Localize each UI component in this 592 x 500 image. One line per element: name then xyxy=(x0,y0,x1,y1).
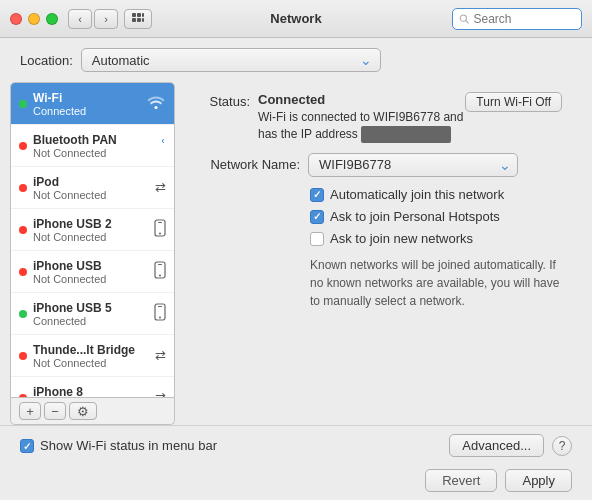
window-title: Network xyxy=(270,11,321,26)
forward-button[interactable]: › xyxy=(94,9,118,29)
svg-rect-3 xyxy=(132,18,136,22)
revert-button[interactable]: Revert xyxy=(425,469,497,492)
iphone-icon-usb2 xyxy=(154,219,166,240)
sidebar-wrapper: Wi-Fi Connected Blueto xyxy=(10,82,175,425)
main-content: Wi-Fi Connected Blueto xyxy=(0,82,592,425)
status-dot-bluetooth xyxy=(19,142,27,150)
net-info-bluetooth: Bluetooth PAN Not Connected xyxy=(33,133,157,159)
location-arrow-icon: ⌄ xyxy=(360,52,372,68)
show-wifi-label: Show Wi-Fi status in menu bar xyxy=(40,438,217,453)
wifi-icon xyxy=(146,94,166,113)
net-status-thunderbolt: Not Connected xyxy=(33,357,151,369)
help-button[interactable]: ? xyxy=(552,436,572,456)
svg-rect-4 xyxy=(137,18,141,22)
net-status-iphone-usb5: Connected xyxy=(33,315,150,327)
sidebar-item-iphone-usb5[interactable]: iPhone USB 5 Connected xyxy=(11,293,174,335)
maximize-button[interactable] xyxy=(46,13,58,25)
personal-hotspot-checkbox[interactable] xyxy=(310,210,324,224)
ip-address xyxy=(361,126,451,143)
location-label: Location: xyxy=(20,53,73,68)
sidebar-item-bluetooth[interactable]: Bluetooth PAN Not Connected ʿ︎ xyxy=(11,125,174,167)
action-buttons: Revert Apply xyxy=(0,465,592,500)
status-dot-iphone-usb xyxy=(19,268,27,276)
status-dot-wifi xyxy=(19,100,27,108)
known-networks-description: Known networks will be joined automatica… xyxy=(310,256,562,310)
net-info-iphone-usb2: iPhone USB 2 Not Connected xyxy=(33,217,150,243)
new-networks-checkbox[interactable] xyxy=(310,232,324,246)
net-name-ipod: iPod xyxy=(33,175,151,189)
network-name-value: WIFI9B6778 xyxy=(319,157,391,172)
new-networks-label: Ask to join new networks xyxy=(330,231,473,246)
status-dot-iphone-usb2 xyxy=(19,226,27,234)
svg-rect-1 xyxy=(137,13,141,17)
search-input[interactable] xyxy=(474,12,576,26)
status-dot-iphone-usb5 xyxy=(19,310,27,318)
status-info: Turn Wi-Fi Off Connected Wi-Fi is connec… xyxy=(258,92,562,143)
remove-network-button[interactable]: − xyxy=(44,402,66,420)
sidebar-item-iphone8[interactable]: iPhone 8 Not Connected ⇄ xyxy=(11,377,174,398)
net-info-thunderbolt: Thunde...lt Bridge Not Connected xyxy=(33,343,151,369)
sidebar-item-ipod[interactable]: iPod Not Connected ⇄ xyxy=(11,167,174,209)
minimize-button[interactable] xyxy=(28,13,40,25)
net-info-ipod: iPod Not Connected xyxy=(33,175,151,201)
arrows-icon-thunderbolt: ⇄ xyxy=(155,348,166,363)
detail-panel: Status: Turn Wi-Fi Off Connected Wi-Fi i… xyxy=(175,82,582,425)
net-name-wifi: Wi-Fi xyxy=(33,91,142,105)
sidebar-footer: + − ⚙ xyxy=(10,398,175,425)
status-connected-value: Connected xyxy=(258,92,325,107)
gear-button[interactable]: ⚙ xyxy=(69,402,97,420)
net-name-iphone-usb5: iPhone USB 5 xyxy=(33,301,150,315)
status-dot-thunderbolt xyxy=(19,352,27,360)
network-name-select[interactable]: WIFI9B6778 ⌄ xyxy=(308,153,518,177)
status-row: Status: Turn Wi-Fi Off Connected Wi-Fi i… xyxy=(195,92,562,143)
checkbox-new-networks[interactable]: Ask to join new networks xyxy=(310,231,562,246)
location-select[interactable]: Automatic ⌄ xyxy=(81,48,381,72)
search-icon xyxy=(459,13,470,25)
window-body: Location: Automatic ⌄ Wi-Fi Connected xyxy=(0,38,592,500)
svg-rect-0 xyxy=(132,13,136,17)
svg-point-6 xyxy=(460,15,466,21)
arrows-icon-ipod: ⇄ xyxy=(155,180,166,195)
iphone-icon-usb xyxy=(154,261,166,282)
sidebar-item-thunderbolt[interactable]: Thunde...lt Bridge Not Connected ⇄ xyxy=(11,335,174,377)
advanced-button[interactable]: Advanced... xyxy=(449,434,544,457)
checkbox-personal-hotspot[interactable]: Ask to join Personal Hotspots xyxy=(310,209,562,224)
grid-button[interactable] xyxy=(124,9,152,29)
back-button[interactable]: ‹ xyxy=(68,9,92,29)
svg-rect-12 xyxy=(158,264,162,265)
turn-wifi-off-button[interactable]: Turn Wi-Fi Off xyxy=(465,92,562,112)
apply-button[interactable]: Apply xyxy=(505,469,572,492)
location-bar: Location: Automatic ⌄ xyxy=(0,38,592,82)
svg-rect-9 xyxy=(158,222,162,223)
net-info-iphone8: iPhone 8 Not Connected xyxy=(33,385,151,399)
sidebar-item-iphone-usb[interactable]: iPhone USB Not Connected xyxy=(11,251,174,293)
net-status-iphone-usb: Not Connected xyxy=(33,273,150,285)
net-info-iphone-usb: iPhone USB Not Connected xyxy=(33,259,150,285)
net-name-iphone8: iPhone 8 xyxy=(33,385,151,399)
auto-join-checkbox[interactable] xyxy=(310,188,324,202)
svg-rect-5 xyxy=(142,18,144,22)
add-network-button[interactable]: + xyxy=(19,402,41,420)
bottom-bar: Show Wi-Fi status in menu bar Advanced..… xyxy=(0,425,592,465)
net-name-bluetooth: Bluetooth PAN xyxy=(33,133,157,147)
checkboxes: Automatically join this network Ask to j… xyxy=(310,187,562,246)
checkbox-auto-join[interactable]: Automatically join this network xyxy=(310,187,562,202)
sidebar-item-wifi[interactable]: Wi-Fi Connected xyxy=(11,83,174,125)
svg-point-16 xyxy=(159,317,161,319)
sidebar-item-iphone-usb2[interactable]: iPhone USB 2 Not Connected xyxy=(11,209,174,251)
close-button[interactable] xyxy=(10,13,22,25)
net-status-ipod: Not Connected xyxy=(33,189,151,201)
gear-icon: ⚙ xyxy=(77,404,89,419)
bluetooth-icon: ʿ︎ xyxy=(161,136,166,155)
network-name-label: Network Name: xyxy=(195,157,300,172)
nav-buttons: ‹ › xyxy=(68,9,118,29)
search-box[interactable] xyxy=(452,8,582,30)
personal-hotspot-label: Ask to join Personal Hotspots xyxy=(330,209,500,224)
net-status-wifi: Connected xyxy=(33,105,142,117)
show-wifi-checkbox[interactable] xyxy=(20,439,34,453)
svg-rect-2 xyxy=(142,13,144,17)
net-info-iphone-usb5: iPhone USB 5 Connected xyxy=(33,301,150,327)
sidebar: Wi-Fi Connected Blueto xyxy=(10,82,175,398)
auto-join-label: Automatically join this network xyxy=(330,187,504,202)
network-name-row: Network Name: WIFI9B6778 ⌄ xyxy=(195,153,562,177)
